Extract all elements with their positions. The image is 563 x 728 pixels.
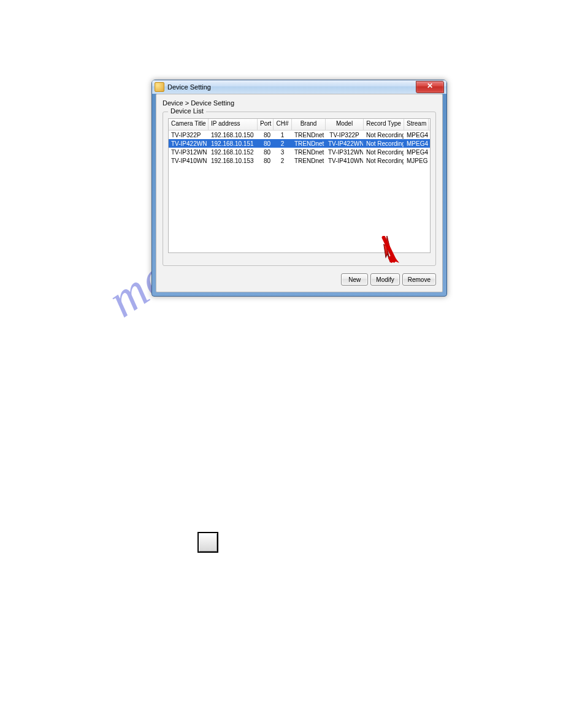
- col-header-ip[interactable]: IP address: [209, 119, 258, 130]
- cell-brand: TRENDnet: [292, 156, 326, 165]
- col-header-model[interactable]: Model: [326, 119, 364, 130]
- cell-model: TV-IP410WN: [326, 156, 364, 165]
- col-header-stream[interactable]: Stream: [404, 119, 429, 130]
- cell-brand: TRENDnet: [292, 139, 326, 148]
- cell-ch: 2: [274, 156, 292, 165]
- cell-ch: 2: [274, 139, 292, 148]
- cell-port: 80: [258, 156, 274, 165]
- cell-ip: 192.168.10.150: [209, 131, 258, 139]
- table-row[interactable]: TV-IP312WN192.168.10.152803TRENDnetTV-IP…: [169, 148, 430, 156]
- cell-model: TV-IP322P: [326, 131, 364, 139]
- breadcrumb: Device > Device Setting: [163, 99, 436, 107]
- device-list-group: Device List Camera Title IP address Port…: [163, 112, 436, 266]
- cell-title: TV-IP312WN: [169, 148, 209, 156]
- cell-title: TV-IP322P: [169, 131, 209, 139]
- table-row[interactable]: TV-IP322P192.168.10.150801TRENDnetTV-IP3…: [169, 131, 430, 139]
- col-header-brand[interactable]: Brand: [292, 119, 326, 130]
- list-header: Camera Title IP address Port CH# Brand M…: [169, 119, 430, 131]
- cell-brand: TRENDnet: [292, 131, 326, 139]
- cell-ch: 1: [274, 131, 292, 139]
- cell-ch: 3: [274, 148, 292, 156]
- cell-ip: 192.168.10.153: [209, 156, 258, 165]
- modify-button[interactable]: Modify: [370, 273, 399, 286]
- cell-brand: TRENDnet: [292, 148, 326, 156]
- cell-rec: Not Recording: [364, 156, 404, 165]
- new-button[interactable]: New: [341, 273, 368, 286]
- cell-stream: MPEG4: [404, 139, 429, 148]
- cell-stream: MJPEG: [404, 156, 429, 165]
- cell-ip: 192.168.10.152: [209, 148, 258, 156]
- close-button[interactable]: ✕: [416, 81, 444, 93]
- col-header-record[interactable]: Record Type: [364, 119, 404, 130]
- stop-icon: [197, 532, 218, 553]
- device-list[interactable]: Camera Title IP address Port CH# Brand M…: [168, 118, 431, 253]
- col-header-title[interactable]: Camera Title: [169, 119, 209, 130]
- cell-port: 80: [258, 139, 274, 148]
- app-icon: [155, 82, 164, 92]
- dialog-body: Device > Device Setting Device List Came…: [156, 94, 443, 292]
- col-header-port[interactable]: Port: [258, 119, 274, 130]
- cell-model: TV-IP312WN: [326, 148, 364, 156]
- close-icon: ✕: [427, 82, 433, 90]
- cell-ip: 192.168.10.151: [209, 139, 258, 148]
- cell-title: TV-IP410WN: [169, 156, 209, 165]
- cell-stream: MPEG4: [404, 131, 429, 139]
- remove-button[interactable]: Remove: [402, 273, 436, 286]
- cell-port: 80: [258, 148, 274, 156]
- col-header-ch[interactable]: CH#: [274, 119, 292, 130]
- cell-rec: Not Recording: [364, 148, 404, 156]
- cell-port: 80: [258, 131, 274, 139]
- titlebar: Device Setting ✕: [152, 80, 446, 94]
- cell-title: TV-IP422WN: [169, 139, 209, 148]
- cell-rec: Not Recording: [364, 131, 404, 139]
- window-title: Device Setting: [167, 83, 416, 91]
- cell-rec: Not Recording: [364, 139, 404, 148]
- table-row[interactable]: TV-IP410WN192.168.10.153802TRENDnetTV-IP…: [169, 156, 430, 165]
- table-row[interactable]: TV-IP422WN192.168.10.151802TRENDnetTV-IP…: [169, 139, 430, 148]
- cell-stream: MPEG4: [404, 148, 429, 156]
- button-row: New Modify Remove: [341, 273, 436, 286]
- device-setting-dialog: Device Setting ✕ Device > Device Setting…: [151, 80, 447, 297]
- cell-model: TV-IP422WN: [326, 139, 364, 148]
- group-label: Device List: [168, 107, 206, 115]
